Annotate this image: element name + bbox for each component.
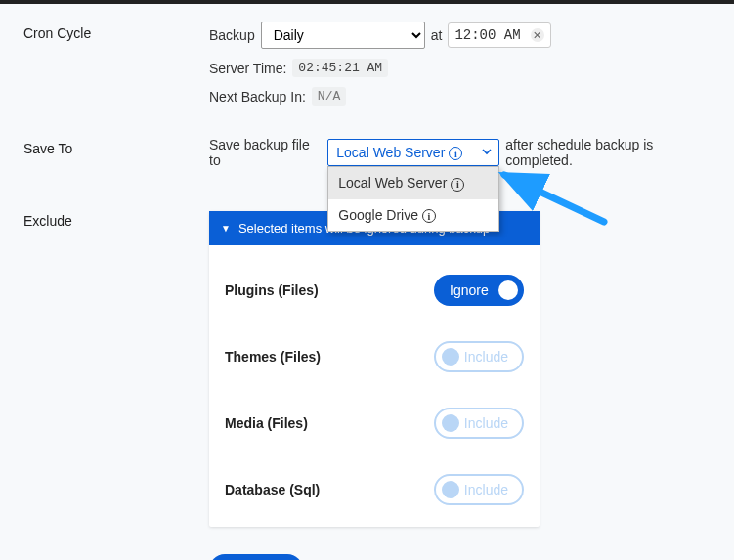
save-destination-select[interactable]: Local Web Server i <box>327 139 499 166</box>
info-icon: i <box>449 147 462 160</box>
info-icon: i <box>422 209 436 223</box>
clear-time-icon[interactable]: ✕ <box>531 28 544 42</box>
exclude-item-label: Media (Files) <box>225 415 308 431</box>
exclude-item-label: Database (Sql) <box>225 482 320 497</box>
toggle-knob <box>442 414 459 432</box>
next-backup-label: Next Backup In: <box>209 89 306 105</box>
save-destination-selected: Local Web Server <box>336 145 445 160</box>
toggle-knob <box>442 481 459 498</box>
section-label-saveto: Save To <box>16 137 209 156</box>
exclude-card: ▼ Selected items will be ignored during … <box>209 211 540 527</box>
at-label: at <box>431 27 443 43</box>
disclosure-triangle-icon: ▼ <box>221 223 231 234</box>
toggle-database[interactable]: Include <box>434 474 524 505</box>
save-destination-dropdown: Local Web Server i Google Drive i <box>327 166 499 232</box>
backup-frequency-select[interactable]: Daily <box>261 22 425 49</box>
saveto-suffix: after schedule backup is completed. <box>505 137 718 168</box>
section-label-cron: Cron Cycle <box>16 22 209 41</box>
exclude-item-label: Themes (Files) <box>225 349 321 365</box>
exclude-row-plugins: Plugins (Files) Ignore <box>221 257 528 323</box>
toggle-knob <box>442 348 459 366</box>
toggle-plugins[interactable]: Ignore <box>434 275 524 306</box>
saveto-prefix: Save backup file to <box>209 137 322 168</box>
toggle-themes[interactable]: Include <box>434 341 524 372</box>
section-label-exclude: Exclude <box>16 211 209 229</box>
exclude-row-database: Database (Sql) Include <box>221 456 528 523</box>
exclude-item-label: Plugins (Files) <box>225 282 319 298</box>
toggle-media[interactable]: Include <box>434 408 524 439</box>
server-time-value: 02:45:21 AM <box>292 59 388 77</box>
exclude-row-themes: Themes (Files) Include <box>221 323 528 390</box>
dropdown-option-local[interactable]: Local Web Server i <box>328 167 498 199</box>
chevron-down-icon <box>481 145 493 160</box>
backup-time-input[interactable]: 12:00 AM ✕ <box>448 22 550 48</box>
info-icon: i <box>451 178 464 192</box>
backup-label: Backup <box>209 27 255 43</box>
next-backup-value: N/A <box>312 87 346 106</box>
toggle-knob <box>498 280 518 300</box>
exclude-row-media: Media (Files) Include <box>221 390 528 456</box>
notify-toggle[interactable]: Enable <box>209 554 303 560</box>
backup-time-value: 12:00 AM <box>454 27 520 43</box>
server-time-label: Server Time: <box>209 61 286 76</box>
dropdown-option-gdrive[interactable]: Google Drive i <box>328 199 498 232</box>
